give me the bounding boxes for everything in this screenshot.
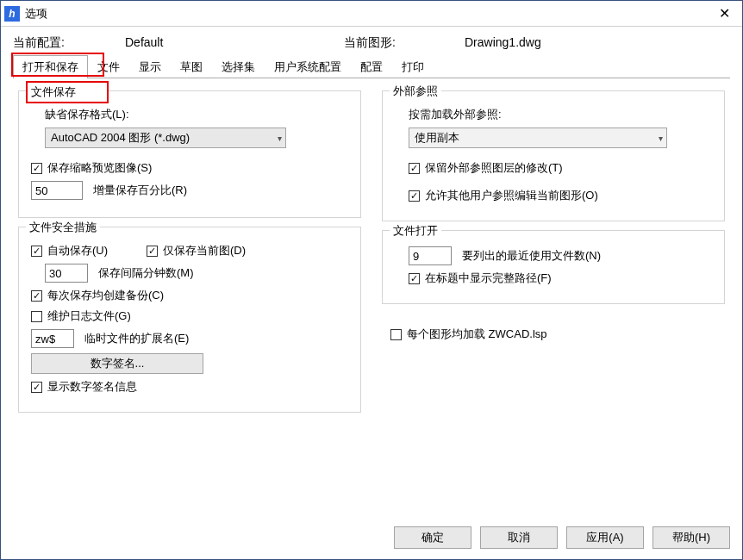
on-demand-select[interactable]: 使用副本 ▾ [409,128,667,148]
left-column: 文件保存 缺省保存格式(L): AutoCAD 2004 图形 (*.dwg) … [18,90,361,511]
apply-button[interactable]: 应用(A) [566,526,644,549]
current-config-label: 当前配置: [13,35,125,51]
content-area: 当前配置: Default 当前图形: Drawing1.dwg 打开和保存 文… [1,27,742,516]
autosave-checkbox[interactable] [31,246,42,257]
recent-count-input[interactable] [409,246,452,265]
digital-signature-button[interactable]: 数字签名... [31,353,203,374]
titlebar: h 选项 ✕ [1,1,742,27]
tabs: 打开和保存 文件 显示 草图 选择集 用户系统配置 配置 打印 [13,54,730,78]
allow-others-checkbox[interactable] [409,190,420,202]
backup-each-checkbox[interactable] [31,290,42,302]
backup-each-label: 每次保存均创建备份(C) [47,288,164,303]
config-row: 当前配置: Default 当前图形: Drawing1.dwg [13,35,730,51]
app-icon: h [4,6,20,22]
chevron-down-icon: ▾ [278,134,282,143]
incremental-pct-input[interactable] [31,181,83,200]
file-save-group: 文件保存 缺省保存格式(L): AutoCAD 2004 图形 (*.dwg) … [18,90,361,218]
allow-others-label: 允许其他用户参照编辑当前图形(O) [425,188,598,203]
file-safety-group: 文件安全措施 自动保存(U) 仅保存当前图(D) 保存间隔分钟数(M) [18,227,361,413]
tab-open-save[interactable]: 打开和保存 [13,55,88,78]
tab-file[interactable]: 文件 [88,55,129,78]
save-current-only-checkbox[interactable] [147,246,158,257]
maintain-log-label: 维护日志文件(G) [47,308,131,324]
tab-selection[interactable]: 选择集 [212,55,265,78]
incremental-pct-label: 增量保存百分比(R) [93,183,187,198]
options-dialog: h 选项 ✕ 当前配置: Default 当前图形: Drawing1.dwg … [0,0,743,560]
maintain-log-checkbox[interactable] [31,311,42,322]
current-drawing-label: 当前图形: [344,35,465,51]
file-open-group: 文件打开 要列出的最近使用文件数(N) 在标题中显示完整路径(F) [382,230,725,304]
retain-layers-checkbox[interactable] [409,163,420,174]
temp-ext-label: 临时文件的扩展名(E) [84,331,189,346]
save-thumbnail-label: 保存缩略预览图像(S) [47,160,152,176]
current-drawing-value: Drawing1.dwg [465,35,541,51]
on-demand-value: 使用副本 [415,130,459,146]
file-save-title: 文件保存 [26,81,109,103]
cancel-button[interactable]: 取消 [480,526,558,549]
on-demand-label: 按需加载外部参照: [395,107,712,122]
show-full-path-checkbox[interactable] [409,273,420,284]
tab-profile[interactable]: 配置 [351,55,392,78]
save-current-only-label: 仅保存当前图(D) [163,243,246,258]
tab-display[interactable]: 显示 [129,55,171,78]
tab-user-prefs[interactable]: 用户系统配置 [265,55,351,78]
temp-ext-input[interactable] [31,329,74,348]
default-format-value: AutoCAD 2004 图形 (*.dwg) [51,130,190,146]
current-config-value: Default [125,35,344,51]
help-button[interactable]: 帮助(H) [652,526,730,549]
ok-button[interactable]: 确定 [394,526,471,549]
retain-layers-label: 保留外部参照图层的修改(T) [425,160,563,176]
footer: 确定 取消 应用(A) 帮助(H) [1,516,742,559]
show-sig-label: 显示数字签名信息 [47,379,137,395]
save-thumbnail-checkbox[interactable] [31,163,42,174]
show-sig-checkbox[interactable] [31,382,42,393]
default-format-select[interactable]: AutoCAD 2004 图形 (*.dwg) ▾ [45,128,286,148]
show-full-path-label: 在标题中显示完整路径(F) [425,271,552,286]
window-title: 选项 [25,6,706,22]
file-open-title: 文件打开 [390,223,441,239]
right-column: 外部参照 按需加载外部参照: 使用副本 ▾ 保留外部参照图层的修改(T) [382,90,725,511]
tab-print[interactable]: 打印 [392,55,434,78]
tab-sketch[interactable]: 草图 [171,55,212,78]
xref-group: 外部参照 按需加载外部参照: 使用副本 ▾ 保留外部参照图层的修改(T) [382,90,725,221]
autosave-label: 自动保存(U) [47,243,147,258]
default-format-label: 缺省保存格式(L): [31,107,348,122]
tab-body: 文件保存 缺省保存格式(L): AutoCAD 2004 图形 (*.dwg) … [13,78,730,516]
recent-count-label: 要列出的最近使用文件数(N) [462,248,601,264]
chevron-down-icon: ▾ [659,134,663,143]
file-safety-title: 文件安全措施 [26,220,100,235]
load-lsp-label: 每个图形均加载 ZWCAD.lsp [407,327,547,342]
autosave-interval-input[interactable] [45,264,88,283]
xref-title: 外部参照 [390,84,441,99]
autosave-interval-label: 保存间隔分钟数(M) [98,265,194,281]
close-button[interactable]: ✕ [706,1,742,27]
load-lsp-checkbox[interactable] [390,329,402,340]
